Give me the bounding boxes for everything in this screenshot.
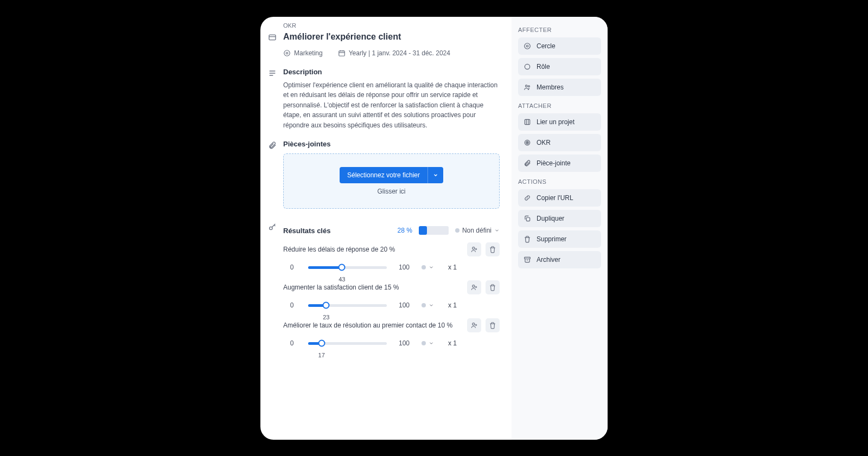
kr-min: 0 xyxy=(283,264,301,271)
action-delete-button[interactable]: Supprimer xyxy=(518,230,601,248)
kr-overall-progress-fill xyxy=(419,226,427,235)
kr-current-value: 17 xyxy=(318,352,325,358)
page-title: Améliorer l'expérience client xyxy=(283,32,500,42)
okr-detail-window: OKR Améliorer l'expérience client Market… xyxy=(260,17,608,440)
kr-current-value: 23 xyxy=(323,314,329,320)
target-icon xyxy=(524,139,531,146)
kr-item-status-dropdown[interactable] xyxy=(422,265,434,270)
assign-members-label: Membres xyxy=(537,84,564,91)
svg-rect-35 xyxy=(525,257,531,259)
link-icon xyxy=(524,194,531,202)
kr-assign-user-button[interactable] xyxy=(467,242,481,256)
assign-circle-button[interactable]: Cercle xyxy=(518,37,601,55)
key-icon xyxy=(268,223,277,232)
assign-role-button[interactable]: Rôle xyxy=(518,58,601,75)
kr-delete-button[interactable] xyxy=(486,242,500,256)
text-lines-icon xyxy=(268,69,277,78)
chevron-down-icon xyxy=(429,265,434,270)
kr-title[interactable]: Réduire les délais de réponse de 20 % xyxy=(283,246,463,253)
attach-okr-label: OKR xyxy=(537,139,551,146)
svg-line-13 xyxy=(274,225,275,226)
calendar-icon xyxy=(338,49,346,57)
kr-max: 100 xyxy=(394,301,414,309)
project-icon xyxy=(524,118,531,126)
assign-circle-label: Cercle xyxy=(537,42,556,50)
kr-max: 100 xyxy=(394,264,414,271)
status-dot-icon xyxy=(455,228,459,233)
kr-assign-user-button[interactable] xyxy=(467,318,481,332)
kr-title[interactable]: Améliorer le taux de résolution au premi… xyxy=(283,322,463,329)
card-icon xyxy=(268,33,277,42)
status-dot-icon xyxy=(422,303,426,307)
svg-point-2 xyxy=(284,50,290,56)
kr-overall-percent: 28 % xyxy=(398,227,412,234)
kr-weight: x 1 xyxy=(442,301,457,309)
chevron-down-icon xyxy=(433,172,438,178)
kr-assign-user-button[interactable] xyxy=(467,280,481,294)
drag-here-hint: Glisser ici xyxy=(290,188,493,195)
svg-point-11 xyxy=(270,227,272,230)
status-dot-icon xyxy=(422,265,426,269)
attach-file-label: Pièce-jointe xyxy=(537,159,571,167)
copy-icon xyxy=(524,215,531,222)
attach-project-button[interactable]: Lier un projet xyxy=(518,113,601,131)
sidebar-group-assign: AFFECTER xyxy=(518,27,601,33)
meta-line: Marketing Yearly | 1 janv. 2024 - 31 déc… xyxy=(268,49,500,57)
status-dot-icon xyxy=(422,341,426,345)
kr-status-dropdown[interactable]: Non défini xyxy=(455,227,500,234)
svg-rect-28 xyxy=(525,119,529,124)
kr-slider[interactable]: 23 xyxy=(308,300,387,311)
kr-min: 0 xyxy=(283,301,301,309)
attach-file-button[interactable]: Pièce-jointe xyxy=(518,155,601,172)
svg-rect-34 xyxy=(526,217,529,221)
attach-okr-button[interactable]: OKR xyxy=(518,134,601,151)
action-delete-label: Supprimer xyxy=(537,235,566,243)
kr-max: 100 xyxy=(394,339,414,347)
key-result-item: Améliorer le taux de résolution au premi… xyxy=(283,318,500,349)
circle-outline-icon xyxy=(283,49,291,57)
svg-point-25 xyxy=(525,64,529,69)
file-dropzone[interactable]: Sélectionnez votre fichier Glisser ici xyxy=(283,153,500,209)
svg-point-23 xyxy=(525,43,531,49)
period-chip[interactable]: Yearly | 1 janv. 2024 - 31 déc. 2024 xyxy=(338,49,450,57)
select-file-dropdown-button[interactable] xyxy=(427,167,443,183)
kr-delete-button[interactable] xyxy=(486,318,500,332)
kr-status-label: Non défini xyxy=(462,227,492,234)
action-archive-button[interactable]: Archiver xyxy=(518,251,601,268)
breadcrumb: OKR xyxy=(268,22,500,29)
kr-item-status-dropdown[interactable] xyxy=(422,303,434,308)
kr-delete-button[interactable] xyxy=(486,280,500,294)
assign-members-button[interactable]: Membres xyxy=(518,79,601,96)
svg-point-33 xyxy=(527,142,527,143)
key-result-item: Réduire les délais de réponse de 20 % 0 … xyxy=(283,242,500,273)
action-duplicate-button[interactable]: Dupliquer xyxy=(518,210,601,227)
kr-weight: x 1 xyxy=(442,339,457,347)
kr-min: 0 xyxy=(283,339,301,347)
description-text[interactable]: Optimiser l'expérience client en amélior… xyxy=(283,80,500,131)
action-copy-url-button[interactable]: Copier l'URL xyxy=(518,189,601,207)
svg-rect-4 xyxy=(339,50,344,55)
attach-project-label: Lier un projet xyxy=(537,118,575,126)
trash-icon xyxy=(524,235,531,243)
chevron-down-icon xyxy=(429,303,434,308)
kr-slider[interactable]: 43 xyxy=(308,262,387,273)
main-panel: OKR Améliorer l'expérience client Market… xyxy=(260,17,512,440)
sidebar: AFFECTER Cercle Rôle Membres ATTACHER Li… xyxy=(512,17,608,440)
select-file-button[interactable]: Sélectionnez votre fichier xyxy=(340,167,427,183)
svg-point-20 xyxy=(473,323,475,325)
kr-slider[interactable]: 17 xyxy=(308,338,387,349)
kr-title[interactable]: Augmenter la satisfaction client de 15 % xyxy=(283,284,463,291)
archive-icon xyxy=(524,256,531,264)
kr-item-status-dropdown[interactable] xyxy=(422,341,434,346)
circle-chip[interactable]: Marketing xyxy=(283,49,323,57)
circle-outline-icon xyxy=(524,42,531,50)
description-heading: Description xyxy=(283,68,500,76)
svg-point-24 xyxy=(526,45,528,47)
chevron-down-icon xyxy=(494,228,500,233)
svg-rect-0 xyxy=(269,35,276,40)
paperclip-icon xyxy=(268,141,277,150)
svg-point-14 xyxy=(473,247,475,249)
action-duplicate-label: Dupliquer xyxy=(537,215,564,222)
circle-label: Marketing xyxy=(294,49,323,57)
svg-point-3 xyxy=(286,52,288,54)
